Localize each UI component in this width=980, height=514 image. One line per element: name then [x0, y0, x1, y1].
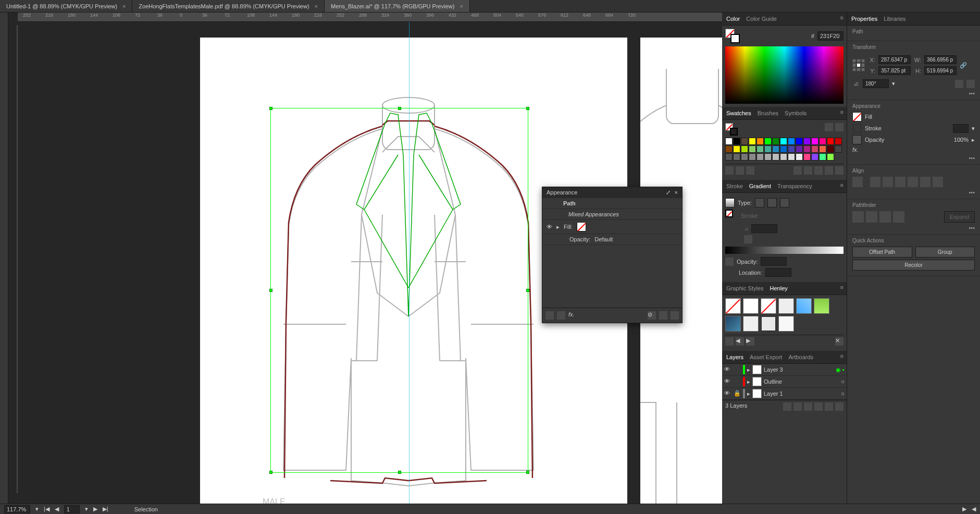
collapse-icon[interactable]: ⤢ [666, 189, 671, 195]
swatch[interactable] [772, 138, 779, 145]
tab-graphic-styles[interactable]: Graphic Styles [726, 284, 764, 292]
style-swatch[interactable] [743, 316, 759, 332]
panel-menu-icon[interactable]: ≡ [840, 353, 843, 359]
locate-icon[interactable] [783, 402, 791, 411]
opacity-default[interactable]: Default [594, 236, 613, 242]
new-group-icon[interactable] [793, 166, 802, 175]
new-sublayer-icon[interactable] [814, 402, 823, 411]
color-spectrum[interactable] [725, 46, 843, 104]
tab-gradient[interactable]: Gradient [749, 182, 771, 190]
swatch[interactable] [756, 153, 764, 161]
swatch[interactable] [733, 145, 740, 153]
style-swatch[interactable] [725, 298, 741, 314]
tab-properties[interactable]: Properties [851, 15, 877, 23]
swatch[interactable] [741, 145, 748, 153]
gradient-slider[interactable] [725, 247, 843, 254]
style-swatch[interactable] [743, 298, 759, 314]
duplicate-icon[interactable] [659, 311, 667, 320]
swatch[interactable] [835, 138, 842, 145]
swatch-library-icon[interactable] [725, 166, 734, 175]
list-view-icon[interactable] [825, 123, 833, 131]
tab-template[interactable]: ZoeHongFlatsTemplatesMale.pdf @ 88.89% (… [132, 0, 325, 12]
swatch[interactable] [756, 138, 764, 145]
freeform-gradient-icon[interactable] [780, 198, 789, 207]
swatch[interactable] [749, 138, 756, 145]
panel-menu-icon[interactable]: ≡ [840, 182, 843, 188]
stroke-swatch[interactable] [852, 124, 862, 133]
style-swatch[interactable] [778, 316, 794, 332]
new-fill-icon[interactable] [557, 311, 565, 320]
visibility-icon[interactable]: 👁 [724, 366, 731, 373]
zoom-input[interactable] [4, 505, 30, 513]
swatch[interactable] [780, 153, 787, 161]
swatch[interactable] [725, 138, 733, 145]
tab-color[interactable]: Color [726, 15, 740, 23]
clear-icon[interactable]: ⊘ [648, 311, 656, 320]
style-swatch[interactable] [761, 316, 776, 332]
tab-color-guide[interactable]: Color Guide [746, 15, 777, 23]
swatch[interactable] [788, 145, 795, 153]
gradient-fill-stroke[interactable] [725, 210, 738, 222]
trash-icon[interactable] [671, 311, 679, 320]
prev-icon[interactable]: ◀ [736, 337, 744, 346]
flip-h-icon[interactable] [955, 80, 963, 88]
align-right-icon[interactable] [895, 177, 905, 187]
fill-swatch[interactable] [852, 112, 862, 121]
style-swatch[interactable] [796, 298, 812, 314]
swatch[interactable] [819, 138, 826, 145]
swatch[interactable] [725, 153, 733, 161]
align-left-icon[interactable] [870, 177, 880, 187]
layer-row[interactable]: 👁 🔒 ▸ Layer 1 ○ [722, 388, 847, 400]
w-input[interactable] [924, 55, 957, 64]
resize-handle[interactable] [269, 107, 272, 110]
radial-gradient-icon[interactable] [767, 198, 777, 207]
swatch[interactable] [764, 145, 772, 153]
style-swatch[interactable] [778, 298, 794, 314]
flip-v-icon[interactable] [966, 80, 975, 88]
swatch[interactable] [819, 153, 826, 161]
swatch[interactable] [819, 145, 826, 153]
swatch[interactable] [796, 138, 803, 145]
swatch[interactable] [780, 138, 787, 145]
align-dropdown[interactable] [852, 177, 863, 187]
new-layer-icon[interactable] [825, 402, 833, 411]
group-button[interactable]: Group [915, 247, 975, 258]
dropdown-icon[interactable]: ▾ [892, 80, 895, 87]
swatch[interactable] [725, 145, 733, 153]
swatch[interactable] [749, 145, 756, 153]
swatch-options-icon[interactable] [746, 166, 754, 175]
lock-icon[interactable]: 🔒 [734, 390, 741, 397]
close-icon[interactable]: × [460, 3, 463, 9]
prev-icon[interactable]: ◀ [55, 506, 59, 512]
clip-icon[interactable] [804, 402, 812, 411]
close-icon[interactable]: × [315, 3, 318, 9]
resize-handle[interactable] [526, 289, 529, 292]
break-link-icon[interactable]: ✕ [835, 337, 843, 346]
swatch[interactable] [796, 153, 803, 161]
zoom-dropdown[interactable]: ▾ [35, 506, 39, 512]
fill-swatch[interactable] [577, 222, 586, 231]
lock-icon[interactable] [734, 366, 741, 373]
expand-icon[interactable]: ▸ [747, 390, 750, 397]
tab-libraries[interactable]: Libraries [884, 15, 905, 23]
resize-handle[interactable] [526, 107, 529, 110]
swatch[interactable] [780, 145, 787, 153]
more-options-icon[interactable]: ••• [852, 90, 975, 96]
swatch[interactable] [827, 153, 834, 161]
last-icon[interactable]: ▶| [103, 506, 108, 512]
hex-input[interactable] [817, 31, 843, 41]
reference-point[interactable] [852, 59, 865, 71]
layer-name[interactable]: Outline [764, 378, 782, 385]
tab-untitled[interactable]: Untitled-1 @ 88.89% (CMYK/GPU Preview)× [0, 0, 132, 12]
swatch[interactable] [741, 138, 748, 145]
tab-asset-export[interactable]: Asset Export [750, 353, 782, 361]
swatch[interactable] [733, 138, 740, 145]
new-icon[interactable] [825, 166, 833, 175]
offset-path-button[interactable]: Offset Path [852, 247, 912, 258]
swatch[interactable] [756, 145, 764, 153]
swatch[interactable] [788, 153, 795, 161]
style-swatch[interactable] [814, 298, 829, 314]
artboard-nav[interactable] [64, 505, 80, 513]
swatch[interactable] [803, 145, 811, 153]
resize-handle[interactable] [398, 107, 401, 110]
